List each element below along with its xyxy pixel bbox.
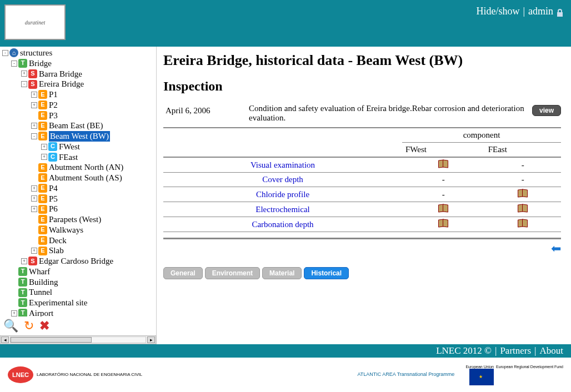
expand-icon[interactable]: + bbox=[31, 123, 37, 129]
about-link[interactable]: About bbox=[540, 345, 564, 356]
table-cell[interactable] bbox=[485, 202, 561, 217]
horiz-scrollbar[interactable]: ◂ ▸ bbox=[0, 335, 156, 344]
tree-node[interactable]: EWalkways bbox=[1, 225, 155, 235]
type-badge-T: T bbox=[18, 59, 27, 68]
lnec-logo: LNEC LABORATÓRIO NACIONAL DE ENGENHARIA … bbox=[8, 366, 142, 383]
tree-node[interactable]: TExperimental site bbox=[1, 298, 155, 308]
row-label[interactable]: Cover depth bbox=[163, 173, 402, 187]
collapse-icon[interactable]: - bbox=[11, 61, 17, 67]
type-badge-E: E bbox=[38, 194, 47, 203]
collapse-icon[interactable]: - bbox=[21, 81, 27, 87]
tree-node[interactable]: EP3 bbox=[1, 110, 155, 121]
scroll-left[interactable]: ◂ bbox=[1, 336, 9, 343]
tree-node[interactable]: +EP5 bbox=[1, 194, 155, 204]
expand-icon[interactable]: + bbox=[21, 258, 27, 264]
tree-node[interactable]: TBuilding bbox=[1, 277, 155, 288]
reload-icon[interactable]: ↻ bbox=[24, 319, 34, 333]
scroll-right[interactable]: ▸ bbox=[147, 336, 155, 343]
tree-label: structures bbox=[20, 48, 52, 58]
tree-node[interactable]: -SEreira Bridge bbox=[1, 79, 155, 89]
row-label[interactable]: Chloride profile bbox=[163, 187, 402, 202]
table-cell[interactable] bbox=[402, 217, 485, 232]
type-badge-E: E bbox=[38, 205, 47, 214]
scroll-track[interactable] bbox=[10, 336, 146, 343]
expand-icon[interactable]: + bbox=[31, 102, 37, 108]
tree-node[interactable]: -⌂structures bbox=[1, 48, 155, 58]
expand-icon[interactable]: + bbox=[31, 185, 37, 192]
tree-label: Walkways bbox=[49, 225, 83, 235]
view-button[interactable]: view bbox=[532, 105, 561, 116]
type-badge-E: E bbox=[38, 247, 47, 255]
col-fwest: FWest bbox=[402, 143, 485, 158]
tree-label: Wharf bbox=[29, 267, 50, 277]
tab-historical[interactable]: Historical bbox=[304, 267, 349, 279]
tree-node[interactable]: EDeck bbox=[1, 235, 155, 246]
inspection-row: April 6, 2006 Condition and safety evalu… bbox=[163, 103, 561, 128]
book-icon[interactable] bbox=[438, 219, 448, 227]
table-cell[interactable] bbox=[402, 202, 485, 217]
tree-label: Barra Bridge bbox=[39, 69, 82, 79]
tree-node[interactable]: EAbutment North (AN) bbox=[1, 162, 155, 173]
book-icon[interactable] bbox=[438, 160, 448, 168]
expand-icon[interactable]: + bbox=[11, 310, 17, 316]
tree-spacer bbox=[11, 300, 17, 306]
tree-node[interactable]: -EBeam West (BW) bbox=[1, 131, 155, 142]
tree-node[interactable]: +CFEast bbox=[1, 152, 155, 163]
tree-node[interactable]: -TBridge bbox=[1, 58, 155, 69]
eu-title: European Union bbox=[465, 365, 494, 369]
type-badge-E: E bbox=[38, 132, 47, 140]
scroll-thumb[interactable] bbox=[11, 337, 92, 343]
tree-node[interactable]: +SEdgar Cardoso Bridge bbox=[1, 256, 155, 267]
collapse-icon[interactable]: - bbox=[31, 133, 37, 139]
book-icon[interactable] bbox=[518, 219, 528, 227]
tree-node[interactable]: +CFWest bbox=[1, 142, 155, 152]
row-label[interactable]: Electrochemical bbox=[163, 202, 402, 217]
tree-node[interactable]: +ESlab bbox=[1, 245, 155, 256]
book-icon[interactable] bbox=[438, 204, 448, 212]
tab-general[interactable]: General bbox=[163, 267, 203, 279]
tree-node[interactable]: +EP1 bbox=[1, 89, 155, 100]
tree-node[interactable]: +TAirport bbox=[1, 308, 155, 316]
tree-label: Abutment South (AS) bbox=[49, 173, 122, 183]
expand-icon[interactable]: + bbox=[31, 248, 37, 254]
tree-node[interactable]: TWharf bbox=[1, 267, 155, 277]
expand-icon[interactable]: + bbox=[41, 154, 47, 160]
hide-show-link[interactable]: Hide/show bbox=[476, 6, 519, 17]
tree-spacer bbox=[11, 279, 17, 285]
tab-material[interactable]: Material bbox=[262, 267, 302, 279]
type-badge-E: E bbox=[38, 90, 47, 99]
expand-icon[interactable]: + bbox=[41, 144, 47, 150]
table-row: Chloride profile- bbox=[163, 187, 561, 202]
partners-link[interactable]: Partners bbox=[500, 345, 531, 356]
tree-node[interactable]: +EBeam East (BE) bbox=[1, 120, 155, 131]
atlantic-logo: ATLANTIC AREA Transnational Programme bbox=[357, 372, 454, 378]
expand-icon[interactable]: + bbox=[21, 71, 27, 77]
tree-node[interactable]: EParapets (West) bbox=[1, 214, 155, 225]
collapse-icon[interactable]: - bbox=[2, 50, 8, 56]
tree-node[interactable]: +EP4 bbox=[1, 183, 155, 194]
expand-icon[interactable]: + bbox=[31, 206, 37, 212]
table-cell[interactable] bbox=[402, 157, 485, 173]
table-cell: - bbox=[402, 187, 485, 202]
row-label[interactable]: Visual examination bbox=[163, 157, 402, 173]
tree-node[interactable]: +SBarra Bridge bbox=[1, 69, 155, 79]
book-icon[interactable] bbox=[518, 204, 528, 212]
back-arrow-icon[interactable]: ⬅ bbox=[551, 242, 561, 256]
table-cell[interactable] bbox=[485, 217, 561, 232]
row-label[interactable]: Carbonation depth bbox=[163, 217, 402, 232]
book-icon[interactable] bbox=[518, 189, 528, 197]
tree-node[interactable]: +EP6 bbox=[1, 204, 155, 214]
table-cell[interactable] bbox=[485, 187, 561, 202]
tree-label: FEast bbox=[59, 152, 78, 163]
back-row: ⬅ bbox=[163, 238, 561, 256]
expand-icon[interactable]: + bbox=[31, 195, 37, 202]
tab-environment[interactable]: Environment bbox=[205, 267, 260, 279]
tree-node[interactable]: EAbutment South (AS) bbox=[1, 173, 155, 183]
close-icon[interactable]: ✖ bbox=[39, 319, 49, 333]
type-badge-E: E bbox=[38, 236, 47, 245]
tree-node[interactable]: +EP2 bbox=[1, 100, 155, 110]
search-icon[interactable]: 🔍 bbox=[3, 319, 18, 333]
tree-node[interactable]: TTunnel bbox=[1, 287, 155, 298]
admin-link[interactable]: admin bbox=[528, 6, 553, 17]
expand-icon[interactable]: + bbox=[31, 92, 37, 98]
